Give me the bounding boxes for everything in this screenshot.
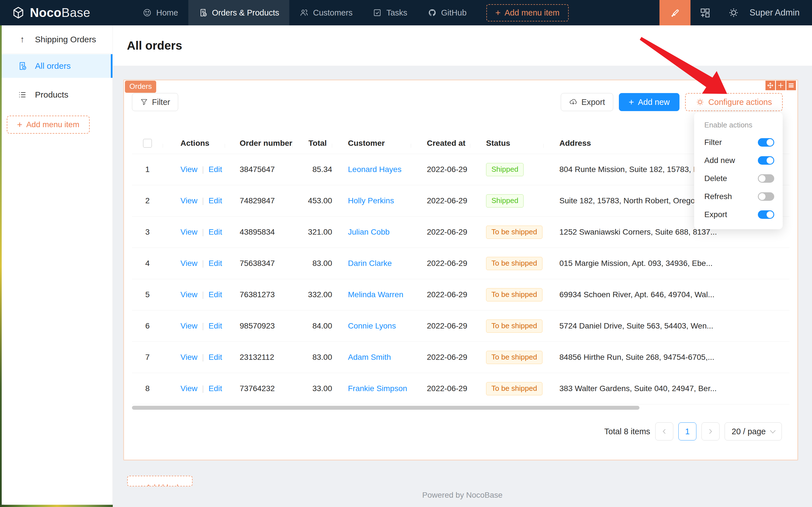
previous-page-button[interactable]: [655, 422, 673, 441]
export-button[interactable]: Export: [561, 93, 613, 111]
customer-link[interactable]: Connie Lyons: [348, 322, 396, 330]
toggle-switch[interactable]: [758, 174, 774, 183]
enable-actions-menu-item[interactable]: Filter: [694, 133, 783, 152]
nav-item-tasks[interactable]: Tasks: [362, 0, 417, 25]
toggle-switch[interactable]: [758, 156, 774, 165]
ui-editor-button[interactable]: [659, 0, 691, 25]
address-cell: 5724 Daniel Drive, Suite 563, 54403, Wen…: [543, 322, 790, 331]
enable-actions-menu-item[interactable]: Add new: [694, 152, 783, 169]
chevron-down-icon: [770, 428, 776, 434]
toggle-switch[interactable]: [758, 192, 774, 201]
sidebar-item-products[interactable]: Products: [2, 83, 113, 107]
enable-actions-menu: Enable actions Filter Add new Delete Ref…: [694, 112, 783, 229]
people-icon: [299, 8, 308, 17]
sidebar-item-all-orders[interactable]: All orders: [2, 54, 113, 78]
edit-link[interactable]: Edit: [208, 259, 222, 268]
edit-link[interactable]: Edit: [208, 196, 222, 205]
gear-icon: [696, 98, 704, 106]
nav-item-customers[interactable]: Customers: [289, 0, 362, 25]
block-collection-tag: Orders: [125, 81, 156, 93]
row-actions: View|Edit: [163, 259, 225, 268]
header-checkbox-cell: [132, 139, 163, 148]
highlighter-pen-icon: [669, 7, 681, 19]
edit-link[interactable]: Edit: [208, 322, 222, 330]
customer-link[interactable]: Frankie Simpson: [348, 384, 407, 393]
nocobase-logo[interactable]: NocoBase: [12, 6, 90, 20]
toggle-switch[interactable]: [758, 210, 774, 219]
view-link[interactable]: View: [180, 384, 197, 393]
page-size-select[interactable]: 20 / page: [724, 422, 782, 441]
status-badge: Shipped: [486, 163, 524, 176]
status-badge: To be shipped: [486, 226, 542, 239]
view-link[interactable]: View: [180, 228, 197, 236]
sidebar-add-menu-item-button[interactable]: + Add menu item: [7, 116, 90, 134]
customer-cell: Adam Smith: [332, 353, 411, 362]
total-cell: 84.00: [293, 322, 332, 331]
chevron-right-icon: [707, 428, 714, 435]
enable-actions-menu-item[interactable]: Refresh: [694, 187, 783, 206]
customer-link[interactable]: Leonard Hayes: [348, 165, 402, 174]
page-number-button[interactable]: 1: [678, 422, 696, 441]
view-link[interactable]: View: [180, 196, 197, 205]
customer-link[interactable]: Adam Smith: [348, 353, 391, 361]
column-header-total: Total: [293, 139, 332, 148]
column-header-status: Status: [470, 139, 543, 148]
drag-handle-icon[interactable]: [765, 81, 775, 90]
order-number-cell: 74829847: [225, 196, 293, 205]
enable-actions-menu-item[interactable]: Export: [694, 206, 783, 224]
settings-button[interactable]: [719, 0, 748, 25]
customer-link[interactable]: Darin Clarke: [348, 259, 392, 268]
view-link[interactable]: View: [180, 165, 197, 174]
column-header-actions: Actions: [163, 139, 225, 148]
edit-link[interactable]: Edit: [208, 228, 222, 236]
customer-link[interactable]: Holly Perkins: [348, 196, 394, 205]
nav-item-github[interactable]: GitHub: [417, 0, 477, 25]
total-cell: 33.00: [293, 384, 332, 393]
scrollbar-thumb[interactable]: [132, 406, 639, 410]
customer-cell: Holly Perkins: [332, 196, 411, 205]
status-badge: To be shipped: [486, 257, 542, 270]
enable-actions-menu-item[interactable]: Delete: [694, 169, 783, 187]
table-header-row: Actions Order number Total Customer Crea…: [132, 132, 790, 154]
desktop-wallpaper-sliver-bottom: [0, 505, 114, 507]
edit-link[interactable]: Edit: [208, 353, 222, 361]
order-number-cell: 73764232: [225, 384, 293, 393]
select-all-checkbox[interactable]: [143, 139, 152, 148]
edit-link[interactable]: Edit: [208, 165, 222, 174]
edit-link[interactable]: Edit: [208, 290, 222, 299]
view-link[interactable]: View: [180, 353, 197, 361]
customer-link[interactable]: Melinda Warren: [348, 290, 403, 299]
table-row: 1 View|Edit 38475647 85.34 Leonard Hayes…: [132, 154, 790, 185]
created-at-cell: 2022-06-29: [411, 259, 470, 268]
customer-cell: Frankie Simpson: [332, 384, 411, 393]
created-at-cell: 2022-06-29: [411, 353, 470, 362]
configure-actions-button[interactable]: Configure actions: [685, 93, 783, 111]
add-block-button[interactable]: + Add block: [127, 476, 192, 487]
created-at-cell: 2022-06-29: [411, 196, 470, 205]
order-number-cell: 38475647: [225, 165, 293, 174]
next-page-button[interactable]: [701, 422, 719, 441]
add-new-button[interactable]: + Add new: [619, 93, 680, 111]
view-link[interactable]: View: [180, 322, 197, 330]
plugin-manager-button[interactable]: [691, 0, 719, 25]
filter-button[interactable]: Filter: [132, 93, 178, 111]
row-index: 7: [132, 353, 163, 362]
edit-link[interactable]: Edit: [208, 384, 222, 393]
order-number-cell: 23132112: [225, 353, 293, 362]
total-cell: 453.00: [293, 196, 332, 205]
nav-item-orders-products[interactable]: Orders & Products: [188, 0, 290, 25]
customer-link[interactable]: Julian Cobb: [348, 228, 390, 236]
table-row: 4 View|Edit 75638347 83.00 Darin Clarke …: [132, 248, 790, 279]
created-at-cell: 2022-06-29: [411, 290, 470, 299]
navbar-add-menu-item-button[interactable]: + Add menu item: [486, 4, 569, 21]
add-block-icon[interactable]: [776, 81, 786, 90]
table-horizontal-scrollbar: [132, 405, 790, 410]
view-link[interactable]: View: [180, 290, 197, 299]
toggle-switch[interactable]: [758, 138, 774, 147]
unordered-list-icon: [17, 90, 27, 100]
sidebar-item-shipping-orders[interactable]: ↑ Shipping Orders: [2, 25, 113, 54]
block-menu-icon[interactable]: [786, 81, 796, 90]
nav-item-home[interactable]: Home: [132, 0, 188, 25]
view-link[interactable]: View: [180, 259, 197, 268]
user-menu[interactable]: Super Admin: [750, 8, 800, 18]
